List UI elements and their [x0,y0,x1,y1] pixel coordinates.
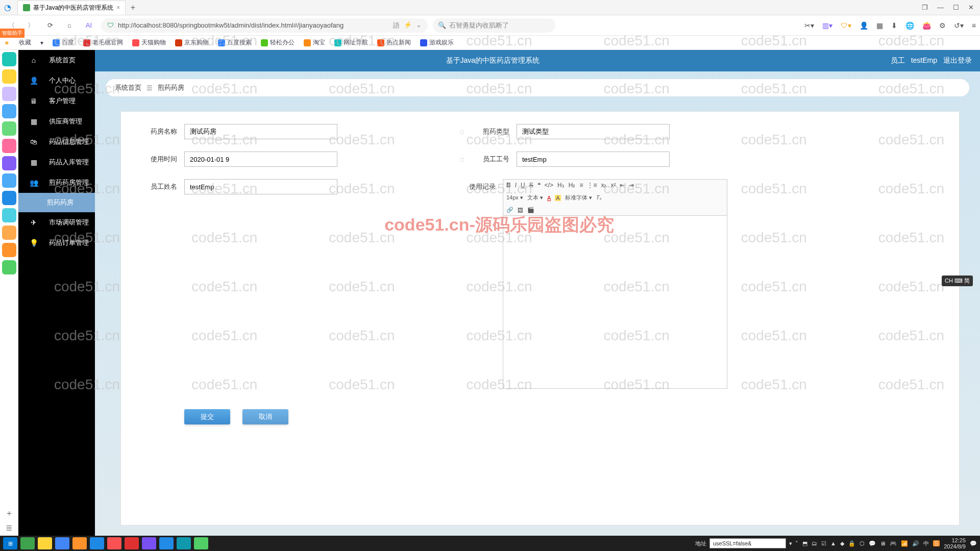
tb-app-icon[interactable] [107,537,121,549]
bold-icon[interactable]: B [506,182,511,189]
tray-icon[interactable]: ◆ [840,540,844,547]
favorites-label[interactable]: 收藏 [19,38,31,47]
submit-button[interactable]: 提交 [184,409,230,424]
globe-icon[interactable]: 🌐 [905,21,914,30]
chevron-down-icon[interactable]: ⌄ [416,21,422,30]
tray-icon[interactable]: ⬒ [802,540,807,547]
sidebar-item-profile[interactable]: 👤个人中心 [18,70,95,91]
nav-home-icon[interactable]: ⌂ [62,18,77,33]
window-max-icon[interactable]: ☐ [953,4,959,11]
font-size-select[interactable]: 14px ▾ [506,194,523,201]
tb-app-icon[interactable] [90,537,104,549]
window-min-icon[interactable]: — [937,4,944,11]
os-app-icon[interactable] [2,226,16,240]
bg-color-icon[interactable]: A [555,195,560,201]
menu-icon[interactable]: ≡ [972,21,976,30]
font-family-select[interactable]: 标准字体 ▾ [565,194,592,202]
input-use-time[interactable] [184,152,337,167]
tray-icon[interactable]: S [933,540,940,546]
nav-forward-icon[interactable]: 〉 [23,18,38,33]
quote-icon[interactable]: ❝ [537,182,541,189]
tray-icon[interactable]: ⬡ [860,540,865,547]
notifications-icon[interactable]: 💬 [970,540,977,547]
video-icon[interactable]: 🎬 [527,207,534,213]
new-tab-button[interactable]: + [126,3,140,12]
tray-icon[interactable]: ☑ [821,540,826,547]
bookmark-item[interactable]: 淘宝 [304,38,325,47]
gear-icon[interactable]: ⚙ [939,21,946,30]
bookmark-item[interactable]: 网址导航 [334,38,368,47]
apps-icon[interactable]: ▦ [876,21,883,30]
bookmark-item[interactable]: 百度 [53,38,74,47]
input-emp-name[interactable] [184,179,337,194]
list-ul-icon[interactable]: ⋮≡ [587,182,597,189]
star-icon[interactable]: ★ [4,39,10,46]
tray-icon[interactable]: 📶 [901,540,908,547]
os-app-icon[interactable] [2,260,16,274]
tray-icon[interactable]: 🗂 [812,540,817,546]
font-color-icon[interactable]: A [547,195,551,201]
os-app-icon[interactable] [2,104,16,118]
tb-app-icon[interactable] [20,537,35,549]
nav-reload-icon[interactable]: ⟳ [43,18,57,33]
list-ol-icon[interactable]: ≡ [579,182,583,189]
taskbar-clock[interactable]: 12:25 2024/8/9 [944,537,966,549]
sidebar-item-medicine-info[interactable]: 🛍药品信息管理 [18,132,95,152]
input-decoction-type[interactable] [517,124,670,139]
os-app-icon[interactable] [2,139,16,153]
tb-app-icon[interactable] [159,537,174,549]
sidebar-item-suppliers[interactable]: ▦供应商管理 [18,111,95,132]
sup-icon[interactable]: x² [610,182,616,189]
code-icon[interactable]: </> [545,182,553,189]
bookmark-item[interactable]: 老毛桃官网 [83,38,123,47]
strike-icon[interactable]: S [529,182,533,189]
add-icon[interactable]: ＋ [5,508,13,519]
text-type-select[interactable]: 文本 ▾ [527,194,543,202]
ai-icon[interactable]: AI [82,18,96,33]
list-icon[interactable]: ≣ [6,523,12,533]
tb-app-icon[interactable] [142,537,156,549]
flash-icon[interactable]: ⚡ [404,21,412,30]
cancel-button[interactable]: 取消 [242,409,288,424]
tray-volume-icon[interactable]: 🔊 [912,540,919,547]
sub-icon[interactable]: x₂ [601,182,606,189]
ime-badge[interactable]: CH ⌨ 简 [942,276,973,286]
logout-link[interactable]: 退出登录 [943,56,972,65]
sidebar-item-medicine-in[interactable]: ▦药品入库管理 [18,152,95,172]
restore2-icon[interactable]: ↺▾ [954,21,964,30]
tray-icon[interactable]: 🔒 [848,540,855,547]
wallet-icon[interactable]: 👛 [922,21,931,30]
outdent-icon[interactable]: ⇥ [629,182,634,189]
assistant-tag[interactable]: 智能助手 [0,29,24,38]
addr-field[interactable]: useSSL=false& [709,538,786,548]
h1-icon[interactable]: H₁ [557,182,565,189]
window-close-icon[interactable]: ✕ [968,4,974,11]
os-app-icon[interactable] [2,173,16,188]
bookmark-item[interactable]: 热点新闻 [377,38,411,47]
tb-app-icon[interactable] [194,537,208,549]
tb-app-icon[interactable] [72,537,87,549]
indent-icon[interactable]: ⇤ [620,182,625,189]
addr-dropdown-icon[interactable]: ▾ [789,540,792,547]
bookmark-item[interactable]: 游戏娱乐 [420,38,454,47]
link-icon[interactable]: 🔗 [506,207,513,213]
bookmark-item[interactable]: 轻松办公 [261,38,295,47]
input-pharmacy-name[interactable] [184,124,337,139]
os-app-icon[interactable] [2,156,16,170]
url-bar[interactable]: 🛡 http://localhost:8080/springbootmkw5t/… [101,18,428,33]
start-icon[interactable]: ⊞ [3,537,17,549]
window-restore-icon[interactable]: ❐ [922,4,928,11]
tray-icon[interactable]: ▲ [830,540,836,546]
tb-app-icon[interactable] [125,537,139,549]
tray-icon[interactable]: 🖥 [880,540,886,546]
shield2-icon[interactable]: 🛡▾ [841,21,851,30]
h2-icon[interactable]: H₂ [569,182,576,189]
image-icon[interactable]: 🖼 [518,207,523,213]
close-tab-icon[interactable]: × [116,4,120,11]
input-emp-id[interactable] [517,152,670,167]
os-app-icon[interactable] [2,87,16,101]
os-app-icon[interactable] [2,208,16,222]
os-app-icon[interactable] [2,52,16,66]
download-icon[interactable]: ⬇ [891,21,897,30]
sidebar-item-home[interactable]: ⌂系统首页 [18,50,95,70]
